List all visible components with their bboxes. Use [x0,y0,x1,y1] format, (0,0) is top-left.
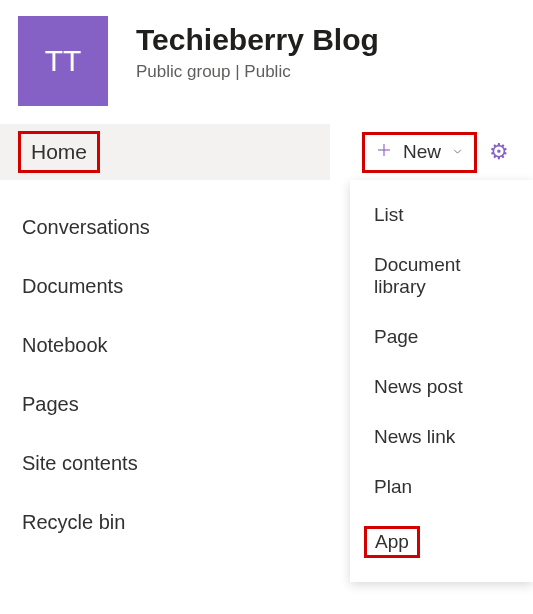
nav-list: Conversations Documents Notebook Pages S… [0,198,330,552]
site-logo[interactable]: TT [18,16,108,106]
nav-recycle-bin[interactable]: Recycle bin [22,493,330,552]
new-app-label: App [364,526,420,558]
site-title[interactable]: Techieberry Blog [136,22,379,58]
new-plan[interactable]: Plan [350,462,533,512]
gear-icon: ⚙ [489,139,509,164]
nav-notebook[interactable]: Notebook [22,316,330,375]
plus-icon [375,141,393,164]
right-column: New ⚙ List Document library Page News po… [330,124,533,612]
nav-site-contents[interactable]: Site contents [22,434,330,493]
site-logo-text: TT [45,44,82,78]
command-bar: New ⚙ [330,124,533,180]
settings-button[interactable]: ⚙ [489,139,509,165]
new-news-post[interactable]: News post [350,362,533,412]
site-header: TT Techieberry Blog Public group | Publi… [0,0,533,124]
new-document-library[interactable]: Document library [350,240,533,312]
site-info: Techieberry Blog Public group | Public [136,16,379,82]
new-button[interactable]: New [362,132,477,173]
sidebar: Home Conversations Documents Notebook Pa… [0,124,330,612]
new-news-link[interactable]: News link [350,412,533,462]
home-bar: Home [0,124,330,180]
new-app[interactable]: App [350,512,533,572]
chevron-down-icon [451,141,464,163]
nav-documents[interactable]: Documents [22,257,330,316]
nav-home[interactable]: Home [18,131,100,173]
nav-conversations[interactable]: Conversations [22,198,330,257]
nav-pages[interactable]: Pages [22,375,330,434]
new-button-label: New [403,141,441,163]
new-list[interactable]: List [350,190,533,240]
new-dropdown: List Document library Page News post New… [350,180,533,582]
content-row: Home Conversations Documents Notebook Pa… [0,124,533,612]
site-subtitle: Public group | Public [136,62,379,82]
new-page[interactable]: Page [350,312,533,362]
